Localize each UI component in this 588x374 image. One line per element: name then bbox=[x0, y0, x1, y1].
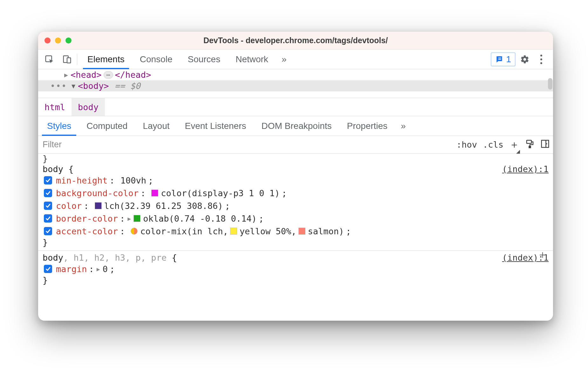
color-swatch[interactable] bbox=[95, 202, 102, 209]
new-style-rule-button[interactable]: ＋ bbox=[509, 138, 519, 152]
svg-rect-2 bbox=[67, 58, 71, 63]
css-rule-body-group: body, h1, h2, h3, p, pre { (index):1 mar… bbox=[43, 253, 549, 285]
property-toggle-checkbox[interactable] bbox=[44, 176, 52, 184]
selector-text[interactable]: body, h1, h2, h3, p, pre { bbox=[43, 253, 177, 263]
dom-selection-dots: ••• bbox=[50, 81, 67, 91]
main-toolbar: Elements Console Sources Network » 1 bbox=[38, 50, 553, 69]
window-close-button[interactable] bbox=[44, 37, 51, 43]
sidebar-tabs-overflow-button[interactable]: » bbox=[395, 121, 412, 131]
svg-rect-3 bbox=[498, 57, 501, 58]
source-link[interactable]: (index):1 bbox=[502, 164, 549, 174]
breadcrumb-body[interactable]: body bbox=[72, 98, 105, 116]
dom-node-head[interactable]: ▶ <head> ⋯ </head> bbox=[38, 69, 553, 80]
console-reference-label: == $0 bbox=[115, 81, 140, 91]
css-declaration[interactable]: color:lch(32.39 61.25 308.86); bbox=[43, 199, 549, 212]
residual-brace: } bbox=[43, 154, 549, 164]
svg-point-7 bbox=[540, 62, 542, 64]
dom-breadcrumb: html body bbox=[38, 98, 553, 116]
sidebar-tabs: Styles Computed Layout Event Listeners D… bbox=[38, 116, 553, 136]
color-mix-swatch[interactable] bbox=[131, 228, 138, 235]
color-swatch[interactable] bbox=[133, 215, 140, 222]
expand-icon[interactable]: ▶ bbox=[64, 71, 69, 79]
styles-paint-icon[interactable] bbox=[525, 139, 535, 150]
toggle-hov-button[interactable]: :hov bbox=[456, 140, 477, 150]
dom-node-body-selected[interactable]: ••• ▼ <body> == $0 bbox=[38, 80, 553, 91]
color-swatch[interactable] bbox=[151, 190, 158, 197]
settings-icon[interactable] bbox=[517, 52, 532, 67]
panel-tabs-overflow-button[interactable]: » bbox=[276, 50, 292, 69]
property-name[interactable]: background-color bbox=[56, 188, 139, 198]
panel-tab-network[interactable]: Network bbox=[228, 50, 276, 69]
sidebar-tab-styles[interactable]: Styles bbox=[39, 116, 79, 136]
property-value[interactable]: oklab(0.74 -0.18 0.14) bbox=[143, 214, 257, 224]
property-name[interactable]: min-height bbox=[56, 176, 108, 185]
color-swatch[interactable] bbox=[230, 228, 237, 235]
window-zoom-button[interactable] bbox=[65, 37, 72, 43]
toggle-cls-button[interactable]: .cls bbox=[483, 140, 503, 150]
dom-tree[interactable]: ▶ <head> ⋯ </head> ••• ▼ <body> == $0 bbox=[38, 69, 553, 98]
property-value[interactable]: color-mix(in lch, bbox=[140, 226, 228, 236]
selector-text[interactable]: body { bbox=[43, 164, 74, 174]
property-name[interactable]: accent-color bbox=[56, 226, 118, 236]
property-toggle-checkbox[interactable] bbox=[44, 265, 52, 273]
property-value[interactable]: salmon) bbox=[308, 226, 344, 236]
property-value[interactable]: 0 bbox=[103, 264, 108, 274]
css-rule-body: body { (index):1 min-height:100vh;backgr… bbox=[43, 164, 549, 247]
sidebar-tab-event-listeners[interactable]: Event Listeners bbox=[177, 116, 254, 136]
dom-scrollbar-thumb[interactable] bbox=[548, 78, 552, 90]
device-toolbar-icon[interactable] bbox=[60, 52, 74, 67]
property-toggle-checkbox[interactable] bbox=[44, 214, 52, 223]
issues-icon bbox=[495, 55, 503, 63]
css-declaration[interactable]: accent-color:color-mix(in lch, yellow 50… bbox=[43, 225, 549, 237]
panel-tab-elements[interactable]: Elements bbox=[80, 50, 132, 69]
expand-shorthand-icon[interactable]: ▶ bbox=[97, 266, 100, 272]
property-name[interactable]: border-color bbox=[56, 214, 118, 224]
styles-filter-bar: :hov .cls ＋ bbox=[38, 136, 553, 154]
panel-tab-sources[interactable]: Sources bbox=[180, 50, 228, 69]
property-name[interactable]: color bbox=[56, 201, 82, 211]
computed-toggle-icon[interactable] bbox=[540, 139, 550, 150]
window-title: DevTools - developer.chrome.com/tags/dev… bbox=[38, 36, 553, 45]
issues-count: 1 bbox=[506, 54, 511, 64]
panel-tab-console[interactable]: Console bbox=[132, 50, 180, 69]
window-traffic-lights bbox=[44, 37, 72, 43]
css-declaration[interactable]: min-height:100vh; bbox=[43, 174, 549, 187]
expand-shorthand-icon[interactable]: ▶ bbox=[127, 215, 131, 222]
property-name[interactable]: margin bbox=[56, 264, 87, 274]
sidebar-tab-dom-breakpoints[interactable]: DOM Breakpoints bbox=[254, 116, 339, 136]
svg-rect-9 bbox=[529, 146, 531, 148]
property-value[interactable]: 100vh bbox=[120, 176, 146, 185]
devtools-window: DevTools - developer.chrome.com/tags/dev… bbox=[38, 32, 553, 321]
svg-point-6 bbox=[540, 58, 542, 60]
window-titlebar: DevTools - developer.chrome.com/tags/dev… bbox=[38, 32, 553, 50]
svg-rect-10 bbox=[542, 140, 549, 147]
property-toggle-checkbox[interactable] bbox=[44, 189, 52, 197]
window-minimize-button[interactable] bbox=[55, 37, 61, 43]
styles-pane[interactable]: } body { (index):1 min-height:100vh;back… bbox=[38, 154, 553, 321]
sidebar-tab-properties[interactable]: Properties bbox=[339, 116, 395, 136]
property-value[interactable]: lch(32.39 61.25 308.86) bbox=[104, 201, 223, 211]
add-declaration-button[interactable]: ＋ bbox=[537, 247, 548, 262]
sidebar-tab-computed[interactable]: Computed bbox=[79, 116, 135, 136]
property-toggle-checkbox[interactable] bbox=[44, 202, 52, 210]
issues-button[interactable]: 1 bbox=[491, 52, 516, 66]
svg-point-5 bbox=[540, 55, 542, 57]
property-value[interactable]: color(display-p3 1 0 1) bbox=[161, 188, 280, 198]
property-value[interactable]: yellow 50%, bbox=[240, 226, 297, 236]
ellipsis-chip[interactable]: ⋯ bbox=[104, 71, 113, 79]
svg-rect-8 bbox=[527, 140, 531, 143]
css-declaration[interactable]: background-color:color(display-p3 1 0 1)… bbox=[43, 187, 549, 199]
styles-filter-input[interactable] bbox=[38, 136, 419, 153]
svg-rect-4 bbox=[498, 59, 501, 59]
kebab-menu-icon[interactable] bbox=[534, 52, 549, 67]
inspect-element-icon[interactable] bbox=[42, 52, 57, 67]
collapse-icon[interactable]: ▼ bbox=[71, 82, 76, 90]
css-declaration[interactable]: margin:▶0; bbox=[43, 263, 549, 275]
sidebar-tab-layout[interactable]: Layout bbox=[135, 116, 177, 136]
color-swatch[interactable] bbox=[298, 228, 305, 235]
breadcrumb-html[interactable]: html bbox=[38, 98, 72, 116]
property-toggle-checkbox[interactable] bbox=[44, 227, 52, 235]
css-declaration[interactable]: border-color:▶oklab(0.74 -0.18 0.14); bbox=[43, 212, 549, 225]
panel-tabs: Elements Console Sources Network » bbox=[80, 50, 292, 69]
